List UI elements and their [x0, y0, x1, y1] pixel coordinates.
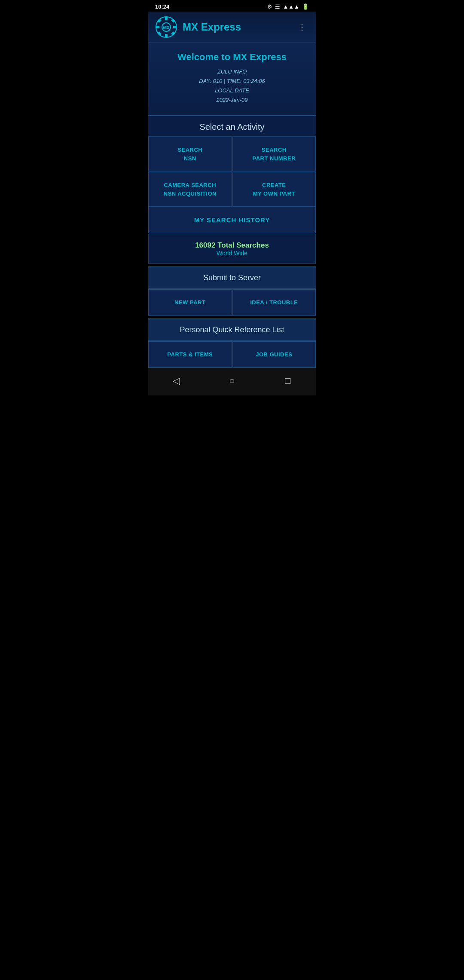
select-activity-header: Select an Activity: [148, 116, 316, 136]
signal-icon: ▲▲▲: [283, 3, 299, 10]
pqr-header: Personal Quick Reference List: [148, 319, 316, 341]
search-nsn-line1: SEARCH: [153, 146, 227, 154]
pqr-button-grid: PARTS & ITEMS JOB GUIDES: [148, 341, 316, 368]
svg-rect-3: [165, 34, 168, 37]
svg-rect-5: [173, 26, 177, 28]
back-button[interactable]: ◁: [168, 372, 185, 389]
more-options-button[interactable]: ⋮: [295, 20, 309, 34]
local-date-label: LOCAL DATE: [155, 86, 309, 95]
camera-search-button[interactable]: CAMERA SEARCH NSN ACQUISITION: [148, 172, 232, 207]
svg-rect-8: [157, 31, 162, 36]
status-bar: 10:24 ⚙ ☰ ▲▲▲ 🔋: [148, 0, 316, 12]
submit-button-grid: NEW PART IDEA / TROUBLE: [148, 289, 316, 316]
stats-count: 16092 Total Searches: [156, 241, 308, 250]
zulu-info: ZULU INFO DAY: 010 | TIME: 03:24:06 LOCA…: [155, 67, 309, 105]
search-part-line1: SEARCH: [237, 146, 311, 154]
bottom-nav: ◁ ○ □: [148, 368, 316, 395]
status-icons: ⚙ ☰ ▲▲▲ 🔋: [267, 3, 309, 10]
app-header: MX MX Express ⋮: [148, 12, 316, 43]
search-history-button[interactable]: MY SEARCH HISTORY: [148, 207, 316, 233]
search-nsn-button[interactable]: SEARCH NSN: [148, 137, 232, 172]
app-logo-icon: MX: [155, 16, 177, 38]
svg-rect-9: [171, 31, 175, 36]
create-own-part-button[interactable]: CREATE MY OWN PART: [232, 172, 316, 207]
submit-header: Submit to Server: [148, 267, 316, 289]
search-part-line2: PART NUMBER: [237, 154, 311, 163]
notification-icon: ☰: [275, 3, 280, 10]
day-time: DAY: 010 | TIME: 03:24:06: [155, 77, 309, 86]
svg-rect-4: [156, 26, 159, 28]
new-part-button[interactable]: NEW PART: [148, 289, 232, 316]
welcome-section: Welcome to MX Express ZULU INFO DAY: 010…: [148, 43, 316, 116]
battery-icon: 🔋: [302, 3, 309, 10]
create-part-line1: CREATE: [237, 181, 311, 190]
personal-ref-section: Personal Quick Reference List PARTS & IT…: [148, 318, 316, 368]
welcome-title: Welcome to MX Express: [155, 52, 309, 63]
job-guides-button[interactable]: JOB GUIDES: [232, 341, 316, 368]
parts-items-button[interactable]: PARTS & ITEMS: [148, 341, 232, 368]
home-button[interactable]: ○: [223, 372, 241, 389]
recent-apps-button[interactable]: □: [279, 372, 296, 389]
idea-trouble-button[interactable]: IDEA / TROUBLE: [232, 289, 316, 316]
submit-section: Submit to Server NEW PART IDEA / TROUBLE: [148, 266, 316, 316]
create-part-line2: MY OWN PART: [237, 190, 311, 198]
status-time: 10:24: [155, 3, 169, 10]
settings-icon: ⚙: [267, 3, 272, 10]
svg-rect-6: [157, 18, 162, 23]
zulu-label: ZULU INFO: [155, 67, 309, 77]
svg-rect-2: [165, 17, 168, 20]
svg-text:MX: MX: [163, 25, 170, 30]
search-part-number-button[interactable]: SEARCH PART NUMBER: [232, 137, 316, 172]
app-title: MX Express: [183, 21, 290, 33]
svg-rect-7: [171, 18, 175, 23]
stats-section: 16092 Total Searches World Wide: [148, 234, 316, 264]
camera-search-line1: CAMERA SEARCH: [153, 181, 227, 190]
local-date: 2022-Jan-09: [155, 95, 309, 105]
activity-button-grid: SEARCH NSN SEARCH PART NUMBER CAMERA SEA…: [148, 136, 316, 207]
stats-world: World Wide: [156, 250, 308, 257]
camera-search-line2: NSN ACQUISITION: [153, 190, 227, 198]
search-nsn-line2: NSN: [153, 154, 227, 163]
